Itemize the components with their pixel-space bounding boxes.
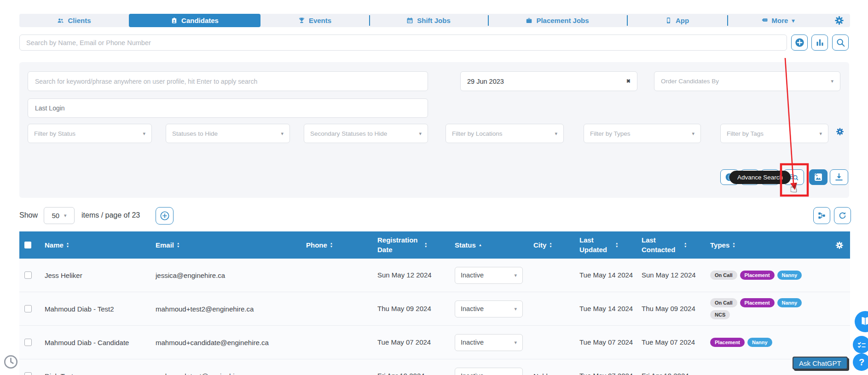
sort-icon[interactable]: ▲▼ xyxy=(615,242,618,248)
column-header-city[interactable]: City▲▼ xyxy=(532,241,578,249)
keyword-search-input[interactable] xyxy=(28,71,428,91)
select-placeholder: Statuses to Hide xyxy=(172,130,218,137)
add-candidate-button[interactable] xyxy=(791,35,808,51)
tab-label: More xyxy=(772,17,788,24)
tab-label: Candidates xyxy=(181,17,219,24)
ask-chatgpt-button[interactable]: Ask ChatGPT xyxy=(793,357,848,369)
sort-icon[interactable]: ▲▼ xyxy=(66,242,69,248)
tasks-float-button[interactable] xyxy=(853,336,868,353)
last-login-input[interactable] xyxy=(28,98,428,118)
book-icon xyxy=(859,316,868,328)
column-header-types[interactable]: Types▲▼ xyxy=(706,241,828,249)
tab-shift-jobs[interactable]: Shift Jobs xyxy=(369,14,488,27)
chevron-down-icon: ▾ xyxy=(819,131,822,136)
cell-status: Inactive ▾ xyxy=(449,267,532,284)
tab-app[interactable]: App xyxy=(627,14,727,27)
tab-label: Clients xyxy=(68,17,91,24)
chevron-down-icon: ▾ xyxy=(281,131,284,136)
row-checkbox[interactable] xyxy=(24,339,32,346)
docs-float-button[interactable] xyxy=(855,311,868,332)
status-dropdown[interactable]: Inactive ▾ xyxy=(455,334,523,351)
column-header-phone[interactable]: Phone▲▼ xyxy=(304,241,364,249)
help-float-button[interactable]: ? xyxy=(853,353,868,371)
cell-status: Inactive ▾ xyxy=(449,300,532,317)
statuses-to-hide-select[interactable]: Statuses to Hide▾ xyxy=(166,124,290,143)
table-row[interactable]: Mahmoud Diab - Candidate mahmoud+candida… xyxy=(19,326,850,359)
chat-tag-icon xyxy=(761,17,768,24)
refresh-button[interactable] xyxy=(834,207,851,224)
column-header-email[interactable]: Email▲▼ xyxy=(147,241,304,249)
cell-registration-date: Tue May 07 2024 xyxy=(364,338,449,347)
download-button[interactable] xyxy=(830,169,848,185)
chevron-down-icon: ▾ xyxy=(831,79,833,84)
sort-icon[interactable]: ▲▼ xyxy=(684,242,687,248)
sort-asc-icon[interactable]: ▲ xyxy=(479,243,482,247)
tab-placement-jobs[interactable]: Placement Jobs xyxy=(488,14,627,27)
search-button[interactable] xyxy=(832,35,849,51)
tab-more[interactable]: More▾ xyxy=(727,14,828,27)
status-dropdown[interactable]: Inactive ▾ xyxy=(455,267,523,284)
table-settings-button[interactable] xyxy=(835,241,844,249)
column-header-last-contacted[interactable]: Last Contacted▲▼ xyxy=(640,236,706,254)
column-header-status[interactable]: Status▲ xyxy=(449,241,532,249)
image-icon xyxy=(814,173,823,182)
cell-status: Inactive ▾ xyxy=(449,334,532,351)
chart-button[interactable] xyxy=(811,35,828,51)
column-header-last-updated[interactable]: Last Updated▲▼ xyxy=(578,236,640,254)
status-dropdown[interactable]: Inactive ▾ xyxy=(455,368,523,375)
cell-last-updated: Tue May 07 2024 xyxy=(578,371,640,375)
order-candidates-select[interactable]: Order Candidates By ▾ xyxy=(654,71,840,91)
mobile-icon xyxy=(665,17,672,24)
sort-icon[interactable]: ▲▼ xyxy=(330,242,333,248)
secondary-statuses-to-hide-select[interactable]: Secondary Statuses to Hide▾ xyxy=(304,124,428,143)
filter-by-status-select[interactable]: Filter by Status▾ xyxy=(28,124,152,143)
chevron-down-icon: ▾ xyxy=(792,18,794,23)
filter-settings-button[interactable] xyxy=(836,127,844,136)
table-row[interactable]: Mahmoud Diab - Test2 mahmoud+test2@engin… xyxy=(19,292,850,326)
table-row[interactable]: Jess Heliker jessica@enginehire.ca Sun M… xyxy=(19,259,850,292)
sort-icon[interactable]: ▲▼ xyxy=(424,242,427,248)
history-button[interactable] xyxy=(3,354,18,369)
sort-icon[interactable]: ▲▼ xyxy=(177,242,179,248)
tab-candidates[interactable]: Candidates xyxy=(129,14,260,27)
cell-last-contacted: Tue May 07 2024 xyxy=(640,338,706,347)
sitemap-icon xyxy=(817,211,826,220)
tab-events[interactable]: Events xyxy=(260,14,369,27)
column-layout-button[interactable] xyxy=(813,207,830,224)
filter-by-locations-select[interactable]: Filter by Locations▾ xyxy=(446,124,564,143)
main-search-input[interactable] xyxy=(19,35,787,51)
table-header: Name▲▼ Email▲▼ Phone▲▼ Registration Date… xyxy=(19,231,850,259)
trophy-icon xyxy=(298,17,305,24)
tab-clients[interactable]: Clients xyxy=(19,14,129,27)
date-filter-field[interactable]: ✖ xyxy=(460,71,637,91)
table-row[interactable]: Diab Test mahmoud+test@enginehire.ca Fri… xyxy=(19,359,850,375)
status-dropdown[interactable]: Inactive ▾ xyxy=(455,300,523,317)
sort-icon[interactable]: ▲▼ xyxy=(732,242,735,248)
type-badge: Placement xyxy=(710,338,745,347)
row-checkbox[interactable] xyxy=(24,372,32,375)
refresh-icon xyxy=(838,211,847,220)
row-checkbox[interactable] xyxy=(24,305,32,312)
page-size-select[interactable]: 50 ▾ xyxy=(44,207,75,224)
column-header-name[interactable]: Name▲▼ xyxy=(37,241,147,249)
row-checkbox[interactable] xyxy=(24,271,32,279)
filter-by-types-select[interactable]: Filter by Types▾ xyxy=(584,124,701,143)
cell-email: mahmoud+candidate@enginehire.ca xyxy=(147,339,304,346)
add-page-button[interactable] xyxy=(156,207,174,225)
sort-icon[interactable]: ▲▼ xyxy=(549,242,552,248)
filter-by-tags-select[interactable]: Filter by Tags▾ xyxy=(720,124,828,143)
nav-settings-button[interactable] xyxy=(828,14,850,27)
image-export-button[interactable] xyxy=(809,169,827,185)
date-filter-input[interactable] xyxy=(467,78,605,85)
select-placeholder: Filter by Types xyxy=(590,130,631,137)
select-placeholder: Secondary Statuses to Hide xyxy=(310,130,387,137)
clock-icon xyxy=(3,354,18,369)
briefcase-icon xyxy=(526,17,532,24)
column-header-registration-date[interactable]: Registration Date▲▼ xyxy=(364,236,449,254)
id-badge-icon xyxy=(171,17,178,24)
bar-chart-icon xyxy=(815,38,825,47)
clear-date-icon[interactable]: ✖ xyxy=(626,78,631,84)
select-all-checkbox[interactable] xyxy=(24,242,31,248)
plus-circle-icon xyxy=(795,38,804,47)
cursor-hand-icon: ☝ xyxy=(790,180,798,196)
